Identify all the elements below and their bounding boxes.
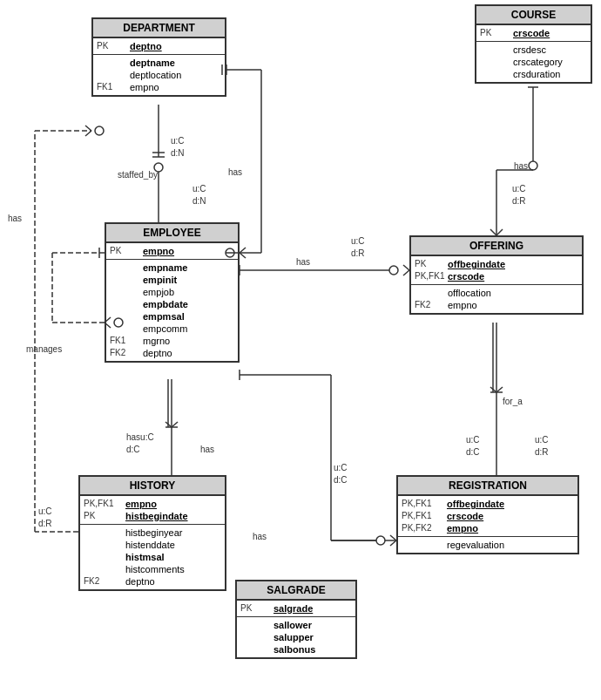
attr-reg-crscode: crscode (447, 511, 483, 521)
label-uc-dc-reg: u:Cd:C (466, 434, 480, 459)
label-uc-dn-hist: u:Cd:R (38, 506, 52, 530)
attr-reg-offbegindate: offbegindate (447, 499, 504, 509)
entity-offering: OFFERING PK offbegindate PK,FK1 crscode … (409, 235, 584, 315)
attr-empname: empname (143, 262, 187, 273)
entity-department-header: DEPARTMENT (93, 19, 225, 38)
svg-line-30 (85, 126, 91, 131)
entity-history-pk: PK,FK1 empno PK histbegindate (80, 496, 225, 525)
attr-deptlocation: deptlocation (130, 70, 181, 80)
label-has-course: has (514, 161, 528, 171)
entity-employee-pk: PK empno (106, 243, 238, 260)
attr-crsdesc: crsdesc (513, 44, 546, 55)
entity-course-header: COURSE (476, 6, 591, 25)
entity-department-pk: PK deptno (93, 38, 225, 55)
svg-line-9 (240, 253, 246, 258)
entity-employee-attrs: empname empinit empjob empbdate empmsal … (106, 260, 238, 361)
label-uc-dr-course: u:Cd:R (512, 183, 526, 207)
svg-point-32 (95, 126, 104, 135)
entity-history: HISTORY PK,FK1 empno PK histbegindate hi… (78, 475, 226, 591)
attr-mgrno: mgrno (143, 336, 170, 346)
entity-offering-header: OFFERING (411, 237, 582, 256)
attr-sallower: sallower (273, 620, 312, 630)
entity-course: COURSE PK crscode crsdesc crscategory cr… (475, 4, 592, 84)
entity-employee-header: EMPLOYEE (106, 224, 238, 243)
label-has-left: has (8, 214, 22, 223)
attr-salupper: salupper (273, 632, 314, 642)
entity-offering-pk: PK offbegindate PK,FK1 crscode (411, 256, 582, 285)
label-has-emp-hist: has (200, 445, 214, 454)
attr-empcomm: empcomm (143, 323, 187, 334)
attr-empmsal: empmsal (143, 311, 185, 322)
label-uc-dr-reg: u:Cd:R (535, 434, 549, 459)
attr-regevaluation: regevaluation (447, 540, 504, 550)
attr-crscode: crscode (513, 28, 550, 38)
label-has-dept-emp: has (228, 167, 242, 177)
label-staffed-by: staffed_by (118, 170, 158, 180)
entity-offering-attrs: offlocation FK2 empno (411, 285, 582, 313)
label-uc-dn-dept: u:Cd:N (171, 135, 185, 160)
attr-deptno: deptno (130, 41, 162, 51)
label-uc-dn-emp: u:Cd:N (192, 183, 206, 207)
svg-point-37 (389, 266, 398, 275)
label-has-emp-off: has (296, 257, 310, 267)
svg-line-8 (240, 248, 246, 253)
attr-hist-empno: empno (125, 499, 157, 509)
label-uc-dr-offering: u:Cd:R (351, 235, 365, 260)
svg-line-44 (496, 229, 503, 235)
svg-line-49 (496, 387, 503, 392)
attr-salgrade: salgrade (273, 603, 313, 614)
label-for-a: for_a (503, 397, 523, 406)
label-manages: manages (26, 344, 62, 354)
attr-histenddate: histenddate (125, 540, 175, 550)
attr-off-empno: empno (448, 300, 477, 310)
attr-histbegindate: histbegindate (125, 511, 188, 521)
entity-course-attrs: crsdesc crscategory crsduration (476, 42, 591, 82)
svg-line-35 (403, 265, 409, 270)
svg-line-36 (403, 270, 409, 275)
attr-histmsal: histmsal (125, 552, 165, 562)
attr-histbeginyear: histbeginyear (125, 527, 182, 538)
entity-history-header: HISTORY (80, 477, 225, 496)
attr-crscategory: crscategory (513, 57, 563, 67)
attr-dept-empno: empno (130, 82, 159, 92)
svg-point-59 (376, 536, 385, 545)
svg-line-57 (390, 535, 396, 540)
attr-histcomments: histcomments (125, 564, 185, 574)
attr-offbegindate: offbegindate (448, 259, 505, 269)
entity-history-attrs: histbeginyear histenddate histmsal histc… (80, 525, 225, 589)
entity-salgrade-attrs: sallower salupper salbonus (237, 617, 355, 657)
entity-registration-attrs: regevaluation (398, 537, 577, 553)
entity-registration-header: REGISTRATION (398, 477, 577, 496)
attr-salbonus: salbonus (273, 644, 315, 655)
attr-crsduration: crsduration (513, 69, 560, 79)
entity-department: DEPARTMENT PK deptno deptname deptlocati… (91, 17, 226, 97)
svg-line-43 (490, 229, 496, 235)
entity-salgrade-header: SALGRADE (237, 581, 355, 601)
entity-course-pk: PK crscode (476, 25, 591, 42)
attr-empno: empno (143, 246, 174, 256)
entity-department-attrs: deptname deptlocation FK1 empno (93, 55, 225, 95)
entity-registration-pk: PK,FK1 offbegindate PK,FK1 crscode PK,FK… (398, 496, 577, 537)
svg-line-23 (165, 422, 172, 427)
svg-line-48 (490, 387, 496, 392)
entity-registration: REGISTRATION PK,FK1 offbegindate PK,FK1 … (396, 475, 579, 554)
entity-salgrade: SALGRADE PK salgrade sallower salupper s… (235, 580, 357, 659)
label-uc-dc-hist-reg: u:Cd:C (334, 462, 348, 486)
entity-salgrade-pk: PK salgrade (237, 601, 355, 617)
attr-off-crscode: crscode (448, 271, 484, 282)
svg-point-40 (529, 161, 537, 170)
entity-employee: EMPLOYEE PK empno empname empinit empjob (105, 222, 240, 363)
pk-label: PK (97, 41, 130, 51)
svg-line-24 (172, 422, 178, 427)
attr-deptname: deptname (130, 58, 175, 68)
attr-empbdate: empbdate (143, 299, 188, 309)
attr-hist-deptno: deptno (125, 576, 155, 587)
label-has-hist-reg: has (253, 532, 267, 541)
attr-reg-empno: empno (447, 523, 478, 533)
attr-emp-deptno: deptno (143, 348, 172, 358)
attr-empjob: empjob (143, 287, 174, 297)
attr-offlocation: offlocation (448, 288, 491, 298)
svg-line-58 (390, 540, 396, 546)
erd-diagram: DEPARTMENT PK deptno deptname deptlocati… (0, 0, 601, 700)
svg-line-31 (85, 131, 91, 136)
